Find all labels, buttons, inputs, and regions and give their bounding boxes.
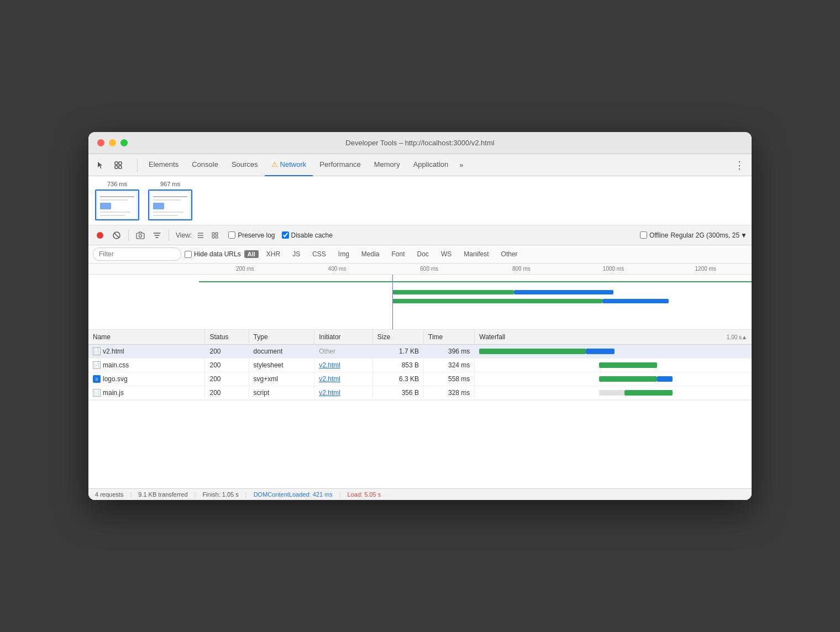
timeline-bar-1-green (392, 290, 514, 294)
clear-button[interactable] (109, 228, 124, 243)
cell-status-1: 200 (205, 345, 249, 359)
cell-name-3: S logo.svg (88, 372, 205, 386)
cell-name-4: 📄 main.js (88, 386, 205, 400)
filmstrip-inner-1 (98, 192, 136, 218)
svg-rect-7 (136, 233, 144, 239)
filmstrip-thumb-2[interactable] (148, 189, 192, 220)
timeline: 200 ms 400 ms 600 ms 800 ms 1000 ms 1200… (88, 264, 752, 330)
table-body: 📄 v2.html 200 document Other 1.7 KB 396 … (88, 345, 752, 400)
col-initiator[interactable]: Initiator (314, 330, 372, 345)
chevron-down-icon: ▼ (741, 231, 747, 239)
tab-icons (93, 157, 126, 173)
tab-elements[interactable]: Elements (142, 154, 185, 176)
initiator-link-4[interactable]: v2.html (319, 389, 340, 397)
svg-rect-1 (119, 162, 122, 165)
preserve-log-checkbox[interactable] (228, 231, 235, 239)
close-button[interactable] (97, 139, 104, 146)
filmstrip-thumb-1[interactable] (95, 189, 139, 220)
hide-data-urls-group: Hide data URLs (185, 250, 241, 258)
network-throttle[interactable]: Regular 2G (300ms, 25 ▼ (670, 231, 747, 239)
tree-view-button[interactable] (208, 229, 222, 242)
devtools-menu-button[interactable]: ⋮ (732, 157, 747, 173)
filter-img[interactable]: Img (334, 248, 354, 260)
table-row[interactable]: S logo.svg 200 svg+xml v2.html 6.3 KB 55… (88, 372, 752, 386)
cell-size-1: 1.7 KB (372, 345, 423, 359)
col-waterfall[interactable]: Waterfall 1.00 s▲ (475, 330, 752, 345)
cell-waterfall-3 (475, 372, 752, 386)
filmstrip-inner-2 (151, 192, 190, 218)
title-bar: Developer Tools – http://localhost:3000/… (88, 132, 752, 154)
cell-initiator-2: v2.html (314, 359, 372, 372)
col-time[interactable]: Time (424, 330, 475, 345)
filter-button[interactable] (150, 228, 164, 243)
filmstrip-item-1[interactable]: 736 ms (95, 181, 139, 220)
hide-data-urls-checkbox[interactable] (185, 251, 192, 258)
filename-4: main.js (103, 389, 124, 397)
maximize-button[interactable] (120, 139, 128, 146)
cell-status-2: 200 (205, 359, 249, 372)
tab-console[interactable]: Console (185, 154, 225, 176)
cell-initiator-3: v2.html (314, 372, 372, 386)
table-row[interactable]: 📄 v2.html 200 document Other 1.7 KB 396 … (88, 345, 752, 359)
initiator-link-2[interactable]: v2.html (319, 361, 340, 369)
col-status[interactable]: Status (205, 330, 249, 345)
header-row: Name Status Type Initiator Size Time Wat… (88, 330, 752, 345)
cell-name-1: 📄 v2.html (88, 345, 205, 359)
filter-font[interactable]: Font (387, 248, 410, 260)
filter-manifest[interactable]: Manifest (459, 248, 493, 260)
list-view-button[interactable] (194, 229, 207, 242)
record-button[interactable] (93, 228, 107, 243)
tab-application[interactable]: Application (407, 154, 455, 176)
cell-name-2: 📄 main.css (88, 359, 205, 372)
waterfall-bars-2 (479, 362, 747, 368)
cursor-icon[interactable] (93, 157, 108, 173)
filter-ws[interactable]: WS (437, 248, 456, 260)
filter-other[interactable]: Other (497, 248, 522, 260)
minimize-button[interactable] (109, 139, 116, 146)
timeline-marker (392, 275, 393, 330)
inspect-icon[interactable] (111, 157, 126, 173)
offline-checkbox[interactable] (640, 231, 647, 239)
view-buttons (194, 229, 222, 242)
filter-input[interactable] (93, 247, 181, 261)
cell-type-1: document (249, 345, 314, 359)
initiator-value-1: Other (319, 347, 335, 355)
filmstrip-time-2: 967 ms (160, 181, 180, 187)
camera-button[interactable] (133, 228, 148, 243)
filter-xhr[interactable]: XHR (262, 248, 285, 260)
filename-1: v2.html (103, 347, 124, 355)
col-type[interactable]: Type (249, 330, 314, 345)
initiator-link-3[interactable]: v2.html (319, 375, 340, 383)
filter-css[interactable]: CSS (308, 248, 330, 260)
window-buttons (97, 139, 128, 146)
load-time: Load: 5.05 s (348, 491, 381, 498)
file-icon-2: 📄 (93, 361, 101, 369)
tick-200: 200 ms (199, 266, 291, 272)
tab-performance[interactable]: Performance (313, 154, 367, 176)
filter-all-badge[interactable]: All (244, 250, 259, 258)
col-size[interactable]: Size (372, 330, 423, 345)
svg-rect-0 (115, 162, 118, 165)
filmstrip-item-2[interactable]: 967 ms (148, 181, 192, 220)
timeline-bar-1-blue (514, 290, 613, 294)
filter-doc[interactable]: Doc (413, 248, 433, 260)
filter-js[interactable]: JS (288, 248, 305, 260)
cell-waterfall-4 (475, 386, 752, 400)
tab-bar: Elements Console Sources Network Perform… (88, 154, 752, 176)
filmstrip: 736 ms 967 ms (88, 176, 752, 225)
sep-4: | (339, 491, 341, 498)
disable-cache-checkbox[interactable] (282, 231, 289, 239)
col-name[interactable]: Name (88, 330, 205, 345)
table-row[interactable]: 📄 main.css 200 stylesheet v2.html 853 B … (88, 359, 752, 372)
filter-media[interactable]: Media (357, 248, 384, 260)
cell-waterfall-1 (475, 345, 752, 359)
tab-memory[interactable]: Memory (368, 154, 407, 176)
tab-more-button[interactable]: » (455, 154, 468, 176)
table-row[interactable]: 📄 main.js 200 script v2.html 356 B 328 m… (88, 386, 752, 400)
disable-cache-group: Disable cache (282, 231, 333, 239)
svg-line-6 (114, 233, 119, 238)
sort-indicator: 1.00 s▲ (727, 334, 747, 340)
cell-type-3: svg+xml (249, 372, 314, 386)
tab-sources[interactable]: Sources (225, 154, 265, 176)
tab-network[interactable]: Network (265, 154, 313, 176)
